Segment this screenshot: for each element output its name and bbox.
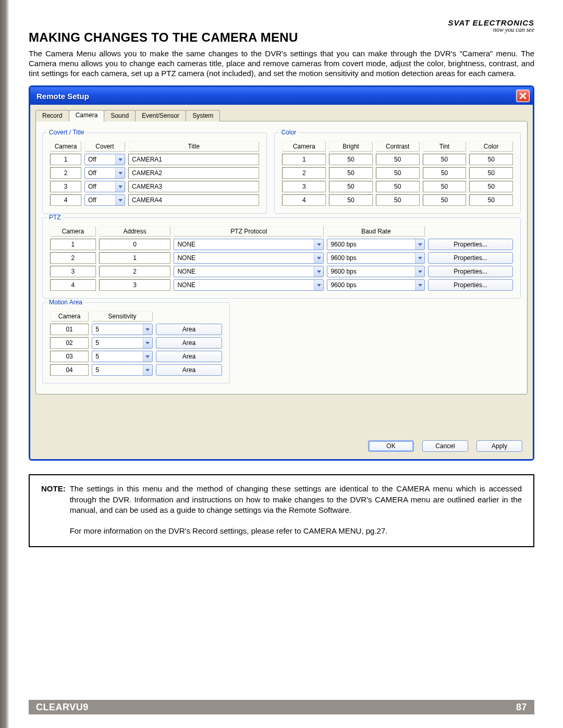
intro-text: The Camera Menu allows you to make the s… <box>29 49 534 78</box>
tab-event-sensor[interactable]: Event/Sensor <box>135 110 186 121</box>
motion-legend: Motion Area <box>47 299 84 306</box>
ptz-proto-select[interactable]: NONE <box>174 266 324 277</box>
covert-select[interactable]: Off <box>84 194 125 206</box>
th-blank <box>428 226 513 237</box>
brand-block: SVAT ELECTRONICS now you can see <box>448 19 534 33</box>
title-input[interactable]: CAMERA4 <box>128 194 259 206</box>
tint-input[interactable]: 50 <box>423 154 467 165</box>
tab-record[interactable]: Record <box>35 110 69 121</box>
ptz-baud-select[interactable]: 9600 bps <box>327 239 425 250</box>
ptz-proto-select[interactable]: NONE <box>174 239 324 250</box>
chevron-down-icon <box>314 266 323 277</box>
note-body: The settings in this menu and the method… <box>70 484 522 514</box>
motion-cam: 01 <box>50 324 89 335</box>
sensitivity-select[interactable]: 5 <box>92 324 153 335</box>
th-camera: Camera <box>282 141 326 152</box>
ptz-addr-input[interactable]: 0 <box>99 239 171 250</box>
motion-cam: 04 <box>50 364 89 376</box>
ptz-cam: 3 <box>50 266 96 277</box>
color-input[interactable]: 50 <box>469 181 513 192</box>
tab-sound[interactable]: Sound <box>104 110 136 121</box>
tint-input[interactable]: 50 <box>423 167 467 179</box>
th-color: Color <box>469 141 513 152</box>
color-cam: 4 <box>282 194 326 206</box>
contrast-input[interactable]: 50 <box>376 154 420 165</box>
covert-cam: 3 <box>50 181 81 192</box>
ptz-cam: 1 <box>50 239 96 250</box>
color-input[interactable]: 50 <box>469 194 513 206</box>
bright-input[interactable]: 50 <box>329 167 373 179</box>
covert-cam: 2 <box>50 167 81 179</box>
ptz-proto-select[interactable]: NONE <box>174 279 324 291</box>
properties-button[interactable]: Properties... <box>428 279 513 291</box>
area-button[interactable]: Area <box>156 324 222 335</box>
ptz-baud-select[interactable]: 9600 bps <box>327 279 425 291</box>
tint-input[interactable]: 50 <box>423 194 467 206</box>
apply-button[interactable]: Apply <box>476 440 522 452</box>
motion-cam: 02 <box>50 337 89 349</box>
ptz-cam: 2 <box>50 252 96 264</box>
ptz-proto-select[interactable]: NONE <box>174 252 324 264</box>
sensitivity-select[interactable]: 5 <box>92 337 153 349</box>
chevron-down-icon <box>115 181 125 192</box>
covert-legend: Covert / Title <box>47 129 86 136</box>
ptz-baud-select[interactable]: 9600 bps <box>327 266 425 277</box>
title-input[interactable]: CAMERA1 <box>128 154 259 165</box>
product-name: CLEARVU9 <box>36 702 89 713</box>
th-title: Title <box>128 141 259 152</box>
properties-button[interactable]: Properties... <box>428 266 513 277</box>
close-icon <box>519 92 527 100</box>
color-legend: Color <box>279 129 298 136</box>
th-blank <box>156 311 222 322</box>
contrast-input[interactable]: 50 <box>376 194 420 206</box>
th-address: Address <box>99 226 171 237</box>
area-button[interactable]: Area <box>156 337 222 349</box>
properties-button[interactable]: Properties... <box>428 239 513 250</box>
chevron-down-icon <box>115 195 125 205</box>
title-input[interactable]: CAMERA3 <box>128 181 259 192</box>
th-camera: Camera <box>50 141 81 152</box>
ptz-legend: PTZ <box>47 214 63 221</box>
covert-select[interactable]: Off <box>84 181 125 192</box>
ptz-baud-select[interactable]: 9600 bps <box>327 252 425 264</box>
tab-system[interactable]: System <box>186 110 220 121</box>
ptz-addr-input[interactable]: 3 <box>99 279 171 291</box>
page-number: 87 <box>516 702 527 713</box>
bright-input[interactable]: 50 <box>329 194 373 206</box>
ptz-addr-input[interactable]: 2 <box>99 266 171 277</box>
tint-input[interactable]: 50 <box>423 181 467 192</box>
bright-input[interactable]: 50 <box>329 154 373 165</box>
ok-button[interactable]: OK <box>368 440 414 452</box>
tab-page-camera: Covert / Title Camera Covert Title 1 Off… <box>35 121 528 394</box>
covert-cam: 4 <box>50 194 81 206</box>
tab-camera[interactable]: Camera <box>69 110 105 121</box>
area-button[interactable]: Area <box>156 351 222 362</box>
title-input[interactable]: CAMERA2 <box>128 167 259 179</box>
contrast-input[interactable]: 50 <box>376 181 420 192</box>
contrast-input[interactable]: 50 <box>376 167 420 179</box>
th-covert: Covert <box>84 141 125 152</box>
note-label: NOTE: <box>41 484 66 493</box>
sensitivity-select[interactable]: 5 <box>92 351 153 362</box>
motion-cam: 03 <box>50 351 89 362</box>
brand-name: SVAT ELECTRONICS <box>448 19 534 27</box>
color-input[interactable]: 50 <box>469 167 513 179</box>
chevron-down-icon <box>143 324 152 335</box>
motion-area-group: Motion Area Camera Sensitivity 015Area 0… <box>42 299 230 384</box>
cancel-button[interactable]: Cancel <box>422 440 468 452</box>
area-button[interactable]: Area <box>156 364 222 376</box>
close-button[interactable] <box>516 90 530 102</box>
sensitivity-select[interactable]: 5 <box>92 364 153 376</box>
th-tint: Tint <box>423 141 467 152</box>
covert-select[interactable]: Off <box>84 167 125 179</box>
properties-button[interactable]: Properties... <box>428 252 513 264</box>
covert-select[interactable]: Off <box>84 154 125 165</box>
bright-input[interactable]: 50 <box>329 181 373 192</box>
titlebar: Remote Setup <box>30 87 533 105</box>
color-cam: 2 <box>282 167 326 179</box>
ptz-addr-input[interactable]: 1 <box>99 252 171 264</box>
color-input[interactable]: 50 <box>469 154 513 165</box>
chevron-down-icon <box>415 266 424 277</box>
remote-setup-window: Remote Setup Record Camera Sound Event/S… <box>29 85 534 461</box>
ptz-group: PTZ Camera Address PTZ Protocol Baud Rat… <box>42 214 521 299</box>
